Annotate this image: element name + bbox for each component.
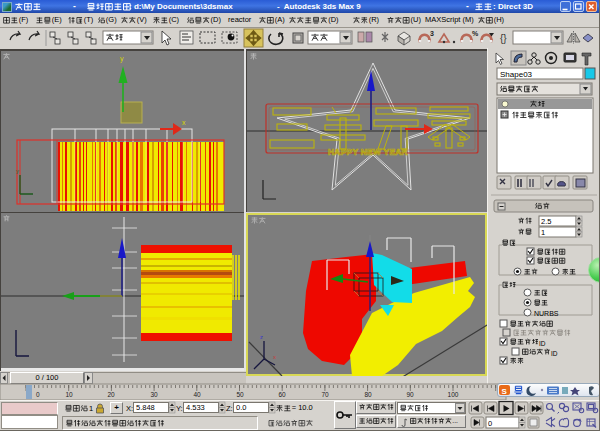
svg-text:NURBS: NURBS xyxy=(534,310,559,317)
svg-text:10: 10 xyxy=(65,391,73,398)
svg-text:70: 70 xyxy=(321,391,329,398)
svg-text:3: 3 xyxy=(430,30,434,37)
svg-text:(A): (A) xyxy=(275,15,286,24)
svg-text:(F): (F) xyxy=(19,15,29,24)
svg-text:MAXScript: MAXScript xyxy=(425,15,461,24)
svg-text:100: 100 xyxy=(448,391,459,398)
svg-text:(T): (T) xyxy=(84,15,94,24)
svg-text:60: 60 xyxy=(278,391,286,398)
svg-text:90: 90 xyxy=(406,391,414,398)
svg-text:(E): (E) xyxy=(52,15,63,24)
svg-text:x: x xyxy=(182,119,186,126)
svg-text:Shape03: Shape03 xyxy=(500,70,533,79)
svg-text:(G): (G) xyxy=(106,15,117,24)
svg-text:(D): (D) xyxy=(328,15,339,24)
svg-text:ID: ID xyxy=(539,340,546,347)
svg-text:HAPPY NEW YEAR: HAPPY NEW YEAR xyxy=(328,147,408,157)
svg-text:(H): (H) xyxy=(494,15,505,24)
svg-text:0: 0 xyxy=(36,391,40,398)
svg-text:y: y xyxy=(16,168,19,174)
svg-text:x: x xyxy=(273,354,276,360)
svg-text:20: 20 xyxy=(107,391,115,398)
svg-text:-: - xyxy=(73,1,76,11)
svg-text:-: - xyxy=(466,1,469,11)
svg-text:...: ... xyxy=(452,417,458,424)
svg-text:50: 50 xyxy=(236,391,244,398)
svg-text:0: 0 xyxy=(488,419,492,428)
svg-text:S: S xyxy=(502,387,508,396)
svg-text:(D): (D) xyxy=(211,15,222,24)
svg-text:80: 80 xyxy=(364,391,372,398)
svg-text:(R): (R) xyxy=(369,15,380,24)
svg-text:2.5: 2.5 xyxy=(541,217,551,226)
svg-text:30: 30 xyxy=(150,391,158,398)
svg-text:z: z xyxy=(260,334,263,340)
svg-text:40: 40 xyxy=(193,391,201,398)
svg-text:{}: {} xyxy=(500,33,507,44)
svg-text:(V): (V) xyxy=(137,15,148,24)
svg-text:ID: ID xyxy=(551,350,558,357)
svg-text:%: % xyxy=(472,30,479,37)
svg-text:(M): (M) xyxy=(463,15,475,24)
svg-text:(U): (U) xyxy=(411,15,422,24)
svg-text:y: y xyxy=(120,55,124,63)
svg-text:(C): (C) xyxy=(169,15,180,24)
svg-text:reactor: reactor xyxy=(228,15,252,24)
svg-text:1: 1 xyxy=(541,228,545,237)
svg-text:= 10.0: = 10.0 xyxy=(292,403,313,412)
